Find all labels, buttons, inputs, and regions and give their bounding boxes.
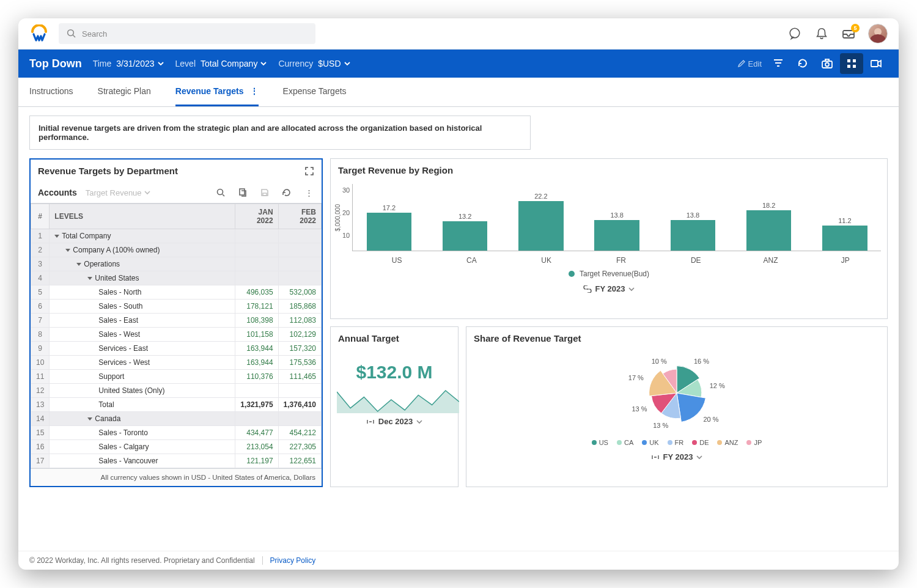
annual-target-value: $132.0 M bbox=[331, 350, 458, 389]
share-of-revenue-target-card: Share of Revenue Target 16 %12 %20 %13 %… bbox=[466, 326, 888, 487]
table-footer-note: All currency values shown in USD - Unite… bbox=[31, 468, 322, 486]
page-title: Top Down bbox=[29, 57, 82, 70]
bell-icon[interactable] bbox=[814, 26, 829, 41]
table-row[interactable]: 5Sales - North496,035532,008 bbox=[31, 285, 322, 300]
dashboard-view-icon[interactable] bbox=[840, 53, 863, 74]
copy-icon[interactable] bbox=[237, 187, 248, 198]
chevron-down-icon bbox=[260, 60, 267, 67]
currency-selector[interactable]: Currency $USD bbox=[278, 59, 350, 68]
svg-text:16 %: 16 % bbox=[694, 358, 709, 365]
target-revenue-select[interactable]: Target Revenue bbox=[86, 188, 150, 197]
tab-revenue-targets[interactable]: Revenue Targets ⋮ bbox=[175, 78, 259, 106]
table-row[interactable]: 12United States (Only) bbox=[31, 384, 322, 398]
chevron-down-icon bbox=[144, 189, 150, 196]
pie-legend: USCAUKFRDEANZJP bbox=[466, 435, 887, 449]
privacy-policy-link[interactable]: Privacy Policy bbox=[270, 556, 316, 565]
expand-icon[interactable] bbox=[304, 166, 314, 176]
refresh-icon[interactable] bbox=[791, 53, 814, 74]
table-row[interactable]: 3Operations bbox=[31, 257, 322, 271]
table-row[interactable]: 14Canada bbox=[31, 412, 322, 426]
svg-rect-10 bbox=[853, 65, 856, 68]
svg-point-0 bbox=[68, 30, 74, 36]
bar-chart: 17.213.222.213.813.818.211.2 bbox=[352, 184, 881, 251]
svg-line-1 bbox=[73, 35, 75, 37]
footer-copyright: © 2022 Workday, Inc. All rights reserved… bbox=[29, 556, 255, 565]
card-title: Target Revenue by Region bbox=[338, 165, 453, 175]
pie-chart: 16 %12 %20 %13 %13 %17 %10 % bbox=[603, 353, 750, 433]
chevron-down-icon bbox=[344, 60, 351, 67]
table-row[interactable]: 15Sales - Toronto434,477454,212 bbox=[31, 426, 322, 440]
link-icon bbox=[651, 454, 660, 461]
inbox-badge: 5 bbox=[851, 24, 860, 32]
edit-button[interactable]: Edit bbox=[737, 59, 762, 68]
pencil-icon bbox=[737, 59, 746, 68]
revenue-table[interactable]: # LEVELS JAN 2022 FEB 2022 1Total Compan… bbox=[31, 204, 322, 468]
table-row[interactable]: 9Services - East163,944157,320 bbox=[31, 342, 322, 356]
table-row[interactable]: 4United States bbox=[31, 271, 322, 285]
video-icon[interactable] bbox=[864, 53, 888, 74]
table-row[interactable]: 10Services - West163,944175,536 bbox=[31, 356, 322, 370]
inbox-icon[interactable]: 5 bbox=[841, 26, 856, 41]
svg-rect-8 bbox=[853, 59, 856, 62]
svg-rect-15 bbox=[263, 193, 267, 196]
chevron-down-icon bbox=[628, 286, 635, 292]
table-row[interactable]: 16Sales - Calgary213,054227,305 bbox=[31, 440, 322, 454]
annual-period-selector[interactable]: Dec 2023 bbox=[331, 413, 458, 432]
accounts-label: Accounts bbox=[38, 188, 77, 197]
revenue-targets-table-card: Revenue Targets by Department Accounts T… bbox=[29, 158, 323, 487]
table-row[interactable]: 11Support110,376111,465 bbox=[31, 370, 322, 384]
svg-point-2 bbox=[790, 28, 800, 38]
table-row[interactable]: 7Sales - East108,398112,083 bbox=[31, 314, 322, 328]
table-row[interactable]: 1Total Company bbox=[31, 229, 322, 243]
col-num: # bbox=[31, 204, 50, 229]
annual-target-card: Annual Target $132.0 M Dec 2023 bbox=[330, 326, 458, 487]
bar-legend: Target Revenue(Bud) bbox=[331, 265, 887, 281]
tab-expense-targets[interactable]: Expense Targets bbox=[283, 78, 347, 106]
chevron-down-icon bbox=[157, 60, 164, 67]
table-row[interactable]: 13Total1,321,9751,376,410 bbox=[31, 398, 322, 412]
table-row[interactable]: 6Sales - South178,121185,868 bbox=[31, 300, 322, 314]
search-placeholder: Search bbox=[82, 29, 107, 39]
level-selector[interactable]: Level Total Company bbox=[175, 59, 268, 68]
svg-point-5 bbox=[825, 63, 829, 67]
search-icon bbox=[66, 28, 77, 39]
svg-point-12 bbox=[218, 189, 223, 195]
tab-strategic-plan[interactable]: Strategic Plan bbox=[98, 78, 151, 106]
col-jan[interactable]: JAN 2022 bbox=[235, 204, 278, 229]
svg-text:17 %: 17 % bbox=[628, 374, 644, 381]
chevron-down-icon bbox=[416, 419, 422, 425]
svg-rect-11 bbox=[871, 61, 878, 67]
link-icon bbox=[583, 285, 592, 293]
bar-period-selector[interactable]: FY 2023 bbox=[331, 281, 887, 300]
time-selector[interactable]: Time 3/31/2023 bbox=[93, 59, 164, 68]
workday-logo[interactable] bbox=[29, 24, 49, 43]
info-banner: Initial revenue targets are driven from … bbox=[29, 116, 531, 150]
table-row[interactable]: 17Sales - Vancouver121,197122,651 bbox=[31, 454, 322, 468]
chevron-down-icon bbox=[696, 454, 702, 460]
link-icon bbox=[366, 418, 375, 425]
col-levels: LEVELS bbox=[50, 204, 235, 229]
table-row[interactable]: 2Company A (100% owned) bbox=[31, 243, 322, 257]
search-input[interactable]: Search bbox=[59, 23, 315, 44]
svg-text:13 %: 13 % bbox=[632, 405, 647, 413]
chat-icon[interactable] bbox=[787, 26, 802, 41]
refresh-icon[interactable] bbox=[281, 187, 292, 198]
card-title: Revenue Targets by Department bbox=[38, 166, 178, 176]
avatar[interactable] bbox=[868, 24, 888, 43]
col-feb[interactable]: FEB 2022 bbox=[278, 204, 321, 229]
svg-text:12 %: 12 % bbox=[710, 382, 725, 389]
kebab-icon[interactable]: ⋮ bbox=[250, 86, 259, 96]
svg-text:13 %: 13 % bbox=[653, 422, 668, 429]
svg-text:20 %: 20 % bbox=[703, 416, 718, 423]
table-row[interactable]: 8Sales - West101,158102,129 bbox=[31, 328, 322, 342]
pie-period-selector[interactable]: FY 2023 bbox=[466, 449, 887, 468]
camera-icon[interactable] bbox=[816, 53, 839, 74]
filter-icon[interactable] bbox=[767, 53, 790, 74]
search-icon[interactable] bbox=[215, 187, 226, 198]
kebab-icon[interactable]: ⋮ bbox=[303, 187, 314, 198]
svg-rect-9 bbox=[847, 65, 850, 68]
y-axis-ticks: 302010 bbox=[342, 184, 352, 251]
save-icon[interactable] bbox=[259, 187, 270, 198]
tab-instructions[interactable]: Instructions bbox=[29, 78, 73, 106]
sparkline bbox=[337, 389, 459, 413]
